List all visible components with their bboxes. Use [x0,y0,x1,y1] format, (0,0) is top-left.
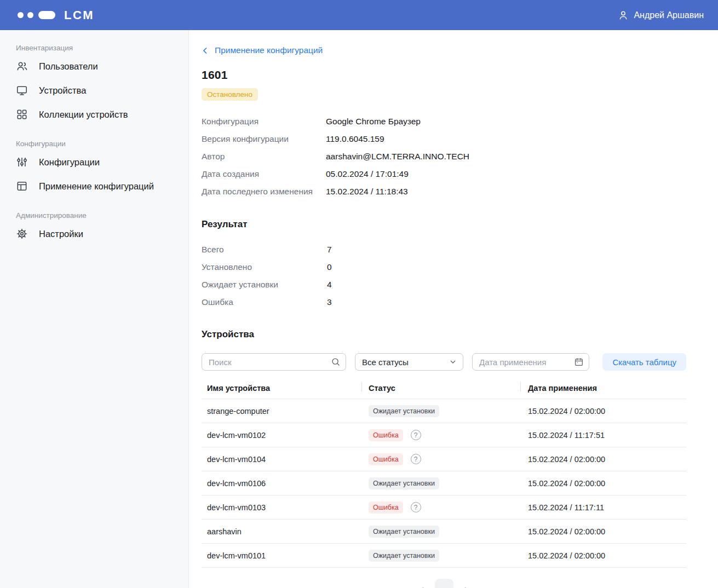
detail-row: Дата создания 05.02.2024 / 17:01:49 [202,169,686,180]
detail-label: Версия конфигурации [202,134,326,145]
chevron-right-icon [462,586,470,588]
device-status-cell: Ожидает установки [361,520,520,544]
device-date-cell: 15.02.2024 / 02:00:00 [520,447,686,471]
device-date-cell: 15.02.2024 / 02:00:00 [520,471,686,495]
device-date-cell: 15.02.2024 / 11:17:51 [520,423,686,447]
column-header-device-name: Имя устройства [202,381,361,399]
date-filter-input[interactable] [472,353,589,371]
device-name-cell: aarshavin [202,520,361,544]
table-row[interactable]: dev-lcm-vm0106 Ожидает установки 15.02.2… [202,471,686,495]
device-date-cell: 15.02.2024 / 02:00:00 [520,520,686,544]
result-label: Ошибка [202,297,327,307]
sidebar-item-label: Коллекции устройств [39,109,128,120]
download-table-button[interactable]: Скачать таблицу [602,353,686,371]
table-row[interactable]: dev-lcm-vm0104 Ошибка ? 15.02.2024 / 02:… [202,447,686,471]
detail-value: 05.02.2024 / 17:01:49 [326,169,409,180]
detail-row: Конфигурация Google Chrome Браузер [202,116,686,127]
chevron-left-icon [418,586,427,588]
table-row[interactable]: strange-computer Ожидает установки 15.02… [202,399,686,423]
page-title: 1601 [202,68,686,82]
device-status-badge: Ожидает установки [369,550,439,562]
result-value: 4 [327,280,332,290]
table-row[interactable]: dev-lcm-vm0103 Ошибка ? 15.02.2024 / 11:… [202,495,686,520]
result-section-title: Результат [202,219,686,230]
device-name-cell: dev-lcm-vm0102 [202,423,361,447]
configuration-details: Конфигурация Google Chrome Браузер Верси… [202,116,686,197]
status-badge: Остановлено [202,88,258,101]
device-status-badge: Ожидает установки [369,526,439,538]
detail-value: Google Chrome Браузер [326,116,421,127]
status-filter-select[interactable]: Все статусы [355,353,463,371]
main-content: Применение конфигураций 1601 Остановлено… [189,30,718,588]
pagination: 1 [202,579,686,588]
prev-page-button[interactable] [418,586,427,588]
detail-value: aarshavin@LCM.TERRA.INNO.TECH [326,151,469,162]
sidebar-item-label: Пользователи [39,61,98,72]
sidebar-item-settings[interactable]: Настройки [16,222,180,246]
table-row[interactable]: dev-lcm-vm0101 Ожидает установки 15.02.2… [202,544,686,568]
sidebar-item-users[interactable]: Пользователи [16,54,180,78]
table-row[interactable]: aarshavin Ожидает установки 15.02.2024 /… [202,520,686,544]
device-table: Имя устройства Статус Дата применения st… [202,381,686,568]
next-page-button[interactable] [462,586,470,588]
date-filter [472,353,589,371]
user-menu[interactable]: Андрей Аршавин [618,10,704,21]
device-status-badge: Ошибка [369,501,403,514]
detail-row: Автор aarshavin@LCM.TERRA.INNO.TECH [202,151,686,162]
device-filter-bar: Все статусы Скачать таблицу [202,353,686,371]
table-row[interactable]: dev-lcm-vm0102 Ошибка ? 15.02.2024 / 11:… [202,423,686,447]
status-help-icon[interactable]: ? [411,430,421,440]
page-1-button[interactable]: 1 [435,579,453,588]
device-date-cell: 15.02.2024 / 02:00:00 [520,544,686,568]
device-table-body: strange-computer Ожидает установки 15.02… [202,399,686,568]
column-header-status: Статус [361,381,520,399]
sidebar-section-configurations: Конфигурации [16,140,180,148]
sidebar-item-label: Применение конфигураций [39,181,154,192]
grid-icon [16,108,28,120]
device-date-cell: 15.02.2024 / 11:17:11 [520,495,686,520]
status-help-icon[interactable]: ? [411,454,421,464]
sidebar: Инвентаризация Пользователи Ус [0,30,189,588]
sidebar-item-configurations[interactable]: Конфигурации [16,150,180,174]
devices-section-title: Устройства [202,329,686,340]
sidebar-item-config-application[interactable]: Применение конфигураций [16,174,180,198]
result-summary: Всего 7 Установлено 0 Ожидает установки … [202,244,686,307]
device-status-badge: Ошибка [369,453,403,465]
device-name-cell: dev-lcm-vm0103 [202,495,361,520]
device-status-cell: Ожидает установки [361,399,520,423]
sidebar-item-label: Настройки [39,229,83,239]
logo-text: LCM [64,8,94,22]
device-date-cell: 15.02.2024 / 02:00:00 [520,399,686,423]
result-row: Ожидает установки 4 [202,279,686,290]
result-row: Установлено 0 [202,262,686,272]
result-row: Ошибка 3 [202,297,686,307]
person-icon [618,10,629,21]
chevron-down-icon [449,358,457,366]
sidebar-item-device-collections[interactable]: Коллекции устройств [16,102,180,126]
detail-label: Автор [202,151,326,162]
detail-label: Дата последнего изменения [202,186,326,197]
device-status-cell: Ошибка ? [361,495,520,520]
search-input[interactable] [202,353,346,371]
gear-icon [16,228,28,240]
result-value: 3 [327,297,332,307]
result-value: 7 [327,245,332,255]
sidebar-item-devices[interactable]: Устройства [16,78,180,102]
calendar-icon[interactable] [574,357,584,367]
search-icon[interactable] [331,357,341,367]
device-status-badge: Ожидает установки [369,477,439,489]
search-box [202,353,346,371]
column-header-apply-date: Дата применения [520,381,686,399]
status-help-icon[interactable]: ? [411,502,421,512]
detail-value: 15.02.2024 / 11:18:43 [326,186,408,197]
sliders-icon [16,156,28,168]
result-label: Установлено [202,262,327,272]
device-name-cell: dev-lcm-vm0106 [202,471,361,495]
device-status-cell: Ошибка ? [361,423,520,447]
logo-dot-icon [18,12,24,18]
lcm-logo: LCM [18,8,94,22]
device-status-badge: Ожидает установки [369,405,439,417]
breadcrumb-back-link[interactable]: Применение конфигураций [202,45,323,55]
sidebar-section-inventory: Инвентаризация [16,44,180,52]
sidebar-item-label: Устройства [39,85,86,96]
